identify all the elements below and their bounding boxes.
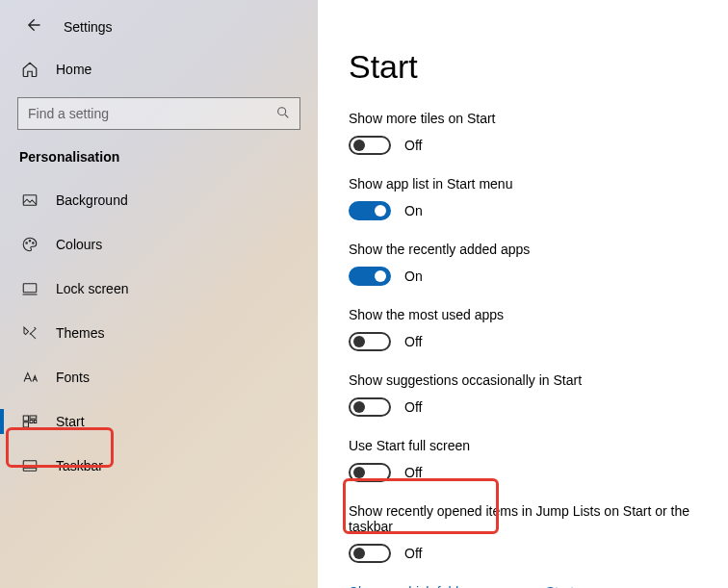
sidebar-home[interactable]: Home	[0, 51, 318, 88]
toggle-recently-added[interactable]	[349, 267, 391, 286]
toggle-state: Off	[404, 465, 422, 480]
toggle-more-tiles[interactable]	[349, 136, 391, 155]
home-icon	[21, 61, 39, 78]
toggle-app-list[interactable]	[349, 201, 391, 220]
setting-app-list: Show app list in Start menu On	[349, 176, 728, 220]
svg-point-0	[278, 108, 286, 115]
main-panel: Start Show more tiles on Start Off Show …	[318, 0, 728, 588]
setting-label: Show the most used apps	[349, 307, 728, 322]
toggle-full-screen[interactable]	[349, 463, 391, 482]
toggle-state: Off	[404, 334, 422, 349]
lockscreen-icon	[21, 280, 39, 297]
picture-icon	[21, 192, 39, 209]
setting-more-tiles: Show more tiles on Start Off	[349, 111, 728, 155]
toggle-state: On	[404, 203, 423, 218]
svg-rect-10	[23, 422, 28, 427]
sidebar-item-themes[interactable]: Themes	[0, 311, 318, 355]
setting-label: Show more tiles on Start	[349, 111, 728, 126]
themes-icon	[21, 324, 39, 342]
setting-label: Show suggestions occasionally in Start	[349, 372, 728, 388]
link-choose-folders[interactable]: Choose which folders appear on Start	[349, 584, 728, 588]
sidebar-item-colours[interactable]: Colours	[0, 222, 318, 267]
toggle-state: Off	[404, 546, 422, 561]
start-icon	[21, 413, 39, 430]
sidebar-item-label: Colours	[56, 237, 102, 252]
svg-rect-6	[23, 416, 28, 421]
sidebar-item-background[interactable]: Background	[0, 178, 318, 222]
toggle-state: Off	[404, 399, 422, 415]
fonts-icon	[21, 369, 39, 386]
sidebar-item-label: Background	[56, 192, 128, 208]
group-heading: Personalisation	[0, 149, 318, 178]
home-label: Home	[56, 62, 91, 77]
settings-title: Settings	[64, 19, 113, 35]
page-title: Start	[349, 48, 728, 86]
sidebar-item-label: Themes	[56, 325, 105, 341]
search-input[interactable]	[17, 97, 300, 130]
setting-label: Use Start full screen	[349, 438, 728, 453]
sidebar-item-label: Taskbar	[56, 458, 103, 473]
setting-jump-lists: Show recently opened items in Jump Lists…	[349, 503, 728, 563]
search-icon	[275, 105, 291, 123]
toggle-state: On	[404, 268, 423, 284]
toggle-most-used[interactable]	[349, 332, 391, 351]
svg-point-4	[33, 243, 35, 244]
palette-icon	[21, 236, 39, 253]
taskbar-icon	[21, 457, 39, 474]
back-arrow-icon	[23, 15, 42, 35]
sidebar: Settings Home Personalisation Background…	[0, 0, 318, 588]
svg-rect-5	[23, 284, 37, 293]
svg-point-2	[26, 243, 28, 244]
svg-rect-7	[30, 416, 37, 419]
sidebar-item-label: Start	[56, 414, 85, 429]
setting-suggestions: Show suggestions occasionally in Start O…	[349, 372, 728, 417]
sidebar-item-label: Lock screen	[56, 281, 128, 296]
setting-label: Show recently opened items in Jump Lists…	[349, 503, 728, 534]
sidebar-item-taskbar[interactable]: Taskbar	[0, 444, 318, 488]
svg-rect-9	[35, 421, 37, 423]
setting-most-used: Show the most used apps Off	[349, 307, 728, 351]
svg-rect-8	[30, 421, 33, 423]
toggle-state: Off	[404, 138, 422, 153]
svg-rect-11	[23, 461, 37, 472]
setting-full-screen: Use Start full screen Off	[349, 438, 728, 482]
sidebar-item-lockscreen[interactable]: Lock screen	[0, 267, 318, 311]
back-button[interactable]	[23, 15, 42, 38]
svg-rect-1	[23, 195, 37, 206]
svg-point-3	[29, 241, 31, 243]
setting-label: Show app list in Start menu	[349, 176, 728, 192]
setting-recently-added: Show the recently added apps On	[349, 242, 728, 286]
sidebar-item-start[interactable]: Start	[0, 399, 318, 444]
sidebar-item-label: Fonts	[56, 370, 90, 385]
toggle-jump-lists[interactable]	[349, 544, 391, 563]
sidebar-item-fonts[interactable]: Fonts	[0, 355, 318, 399]
setting-label: Show the recently added apps	[349, 242, 728, 257]
toggle-suggestions[interactable]	[349, 397, 391, 417]
